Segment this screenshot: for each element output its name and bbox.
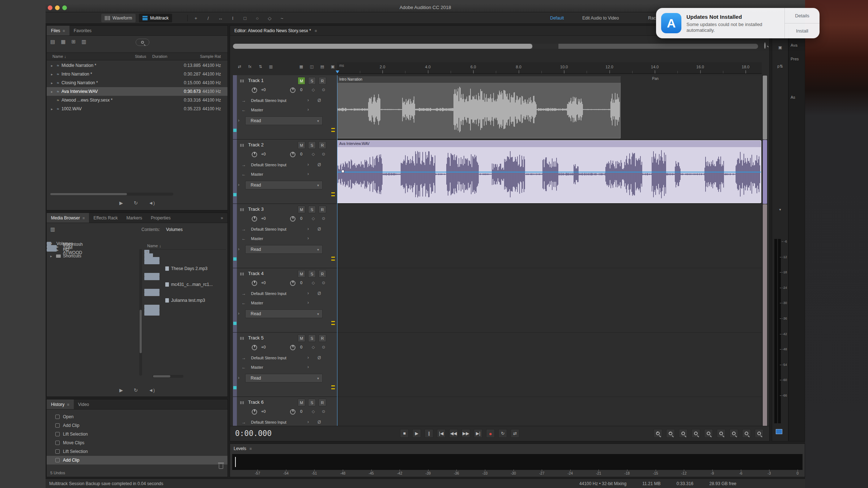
slip-tool[interactable]: ↔ <box>216 14 225 22</box>
keyframe-icon[interactable]: ◇ <box>312 409 315 414</box>
volume-value[interactable]: +0 <box>261 281 266 285</box>
media-item[interactable]: These Days 2.mp3 <box>144 264 226 273</box>
clip-intro-narration[interactable]: Intro Narration <box>337 76 621 138</box>
tree-item[interactable]: ▾ Volumes <box>47 242 51 245</box>
Ava Interview.WAV[interactable]: ▸ ≈ Ava Interview.WAV 0:30.673 44100 Hz <box>47 87 227 96</box>
expand-chevron-icon[interactable]: ▸ <box>51 72 54 76</box>
envelope-node[interactable] <box>341 170 344 173</box>
effects-icon[interactable]: fx <box>246 63 254 70</box>
arm-record-button[interactable]: R <box>319 141 326 149</box>
rewind-button[interactable]: ◀◀ <box>449 429 458 438</box>
tree-item[interactable]: ▸ TOM ATWOOD <box>47 248 57 252</box>
mute-button[interactable]: M <box>298 334 305 342</box>
media-item[interactable]: Mass Co...ent Video... <box>144 292 159 296</box>
tree-caret-icon[interactable]: ▾ <box>146 250 148 253</box>
panel-menu-icon[interactable] <box>63 28 65 33</box>
contents-select[interactable]: Volumes <box>166 227 183 232</box>
marker-icon[interactable]: ▣ <box>329 63 336 70</box>
chevron-right-icon[interactable] <box>307 364 309 369</box>
volume-knob[interactable] <box>252 152 257 157</box>
waveform-view-button[interactable]: Waveform <box>101 14 136 22</box>
no-input-icon[interactable] <box>318 98 321 103</box>
keyframe-icon[interactable]: ◇ <box>312 152 315 157</box>
output-select[interactable]: Master <box>251 236 306 241</box>
zoom-in-button[interactable]: + <box>654 429 662 438</box>
timeline-ruler[interactable]: ms 2.04.06.08.010.012.014.016.018.0 <box>337 62 762 74</box>
stereo-balance-icon[interactable]: ⊙ <box>322 345 325 350</box>
workspace-partial[interactable]: Rac <box>648 16 656 21</box>
media-browser-icon[interactable]: ▤ <box>50 39 55 44</box>
goto-start-button[interactable]: |◀ <box>437 429 446 438</box>
arm-record-button[interactable]: R <box>319 334 326 342</box>
navigator-thumb[interactable] <box>233 44 532 49</box>
tree-item[interactable]: ▸ Shortcuts <box>47 252 139 260</box>
no-input-icon[interactable] <box>318 227 321 232</box>
tree-caret-icon[interactable]: ▸ <box>50 254 54 258</box>
keyframe-icon[interactable]: ◇ <box>312 345 315 350</box>
razor-tool[interactable]: / <box>204 14 212 22</box>
caret-down-icon[interactable] <box>772 207 788 211</box>
chevron-right-icon[interactable] <box>307 419 309 424</box>
Closing Narration *[interactable]: ▸ ≈ Closing Narration * 0:15.000 44100 H… <box>47 78 227 87</box>
import-icon[interactable]: ▥ <box>81 39 86 44</box>
tab-media-browser[interactable]: Media Browser <box>47 213 89 223</box>
volume-value[interactable]: +0 <box>261 87 266 92</box>
automation-mode-select[interactable]: Read <box>245 181 323 189</box>
pan-value[interactable]: 0 <box>300 345 302 349</box>
Track 4[interactable] <box>337 268 762 333</box>
install-button[interactable]: Install <box>785 23 820 38</box>
column-sample-rate[interactable]: Sample Rat <box>200 54 225 59</box>
chevron-right-icon[interactable] <box>307 162 309 167</box>
media-item[interactable]: nicole ... audio check <box>144 273 159 277</box>
panel-menu-icon[interactable] <box>250 446 252 451</box>
workspace-default[interactable]: Default <box>550 16 564 21</box>
chevron-right-icon[interactable] <box>238 311 239 316</box>
track-name[interactable]: Track 2 <box>248 142 264 147</box>
panel-menu-icon[interactable] <box>82 215 85 221</box>
stereo-balance-icon[interactable]: ⊙ <box>322 87 325 92</box>
zoom-full-button[interactable] <box>755 429 763 438</box>
pan-value[interactable]: 0 <box>300 409 302 414</box>
keyframe-icon[interactable]: ◇ <box>312 281 315 285</box>
media-item[interactable]: Brandon...s Package... <box>144 312 159 316</box>
Track 3[interactable]: Track 3 M S R +0 0 ◇ ⊙ <box>233 204 337 268</box>
pan-knob[interactable] <box>290 281 295 286</box>
tab-markers[interactable]: Markers <box>122 213 146 223</box>
chevron-right-icon[interactable] <box>307 291 309 296</box>
chevron-right-icon[interactable] <box>307 226 309 231</box>
mute-button[interactable]: M <box>298 270 305 278</box>
column-name[interactable]: Name ↓ <box>52 54 66 59</box>
media-item[interactable]: ▾ Lexar 2017 <box>144 253 153 257</box>
zoom-out-button[interactable]: − <box>666 429 675 438</box>
mute-button[interactable]: M <box>298 141 305 149</box>
pan-value[interactable]: 0 <box>300 152 302 156</box>
solo-button[interactable]: S <box>308 206 316 213</box>
zoom-out-full-icon[interactable] <box>764 43 766 48</box>
track-drag-handle[interactable] <box>240 208 244 211</box>
volume-knob[interactable] <box>252 216 257 222</box>
tab-files[interactable]: Files <box>47 26 69 35</box>
track-content-area[interactable]: Intro Narration Ava Interview.WAV Pan <box>337 75 762 427</box>
new-item-icon[interactable]: ⊞ <box>71 39 76 44</box>
automation-mode-select[interactable]: Read <box>245 116 323 125</box>
history-item[interactable]: Lift Selection <box>47 430 227 438</box>
volume-envelope-line[interactable] <box>337 172 761 172</box>
time-display[interactable]: 0:00.000 <box>235 429 272 438</box>
Intro Narration *[interactable]: ▸ ≈ Intro Narration * 0:30.287 44100 Hz <box>47 70 227 78</box>
import-icon[interactable]: ▥ <box>50 226 55 232</box>
pan-value[interactable]: 0 <box>300 87 302 92</box>
multitrack-view-button[interactable]: Multitrack <box>139 14 172 22</box>
search-box[interactable] <box>136 39 149 46</box>
media-item[interactable]: brenna ... news story <box>144 308 159 312</box>
Track 1[interactable]: Track 1 M S R +0 0 ◇ ⊙ <box>233 75 337 140</box>
media-vertical-scrollbar[interactable] <box>139 249 142 376</box>
zoom-out-vertical-button[interactable] <box>717 429 726 438</box>
move-tool[interactable]: + <box>192 14 200 22</box>
play-button[interactable]: ▶ <box>412 429 421 438</box>
expand-chevron-icon[interactable]: ▸ <box>51 90 54 94</box>
no-input-icon[interactable] <box>318 291 321 296</box>
zoom-selection-button[interactable] <box>729 429 738 438</box>
scrollbar-thumb[interactable] <box>50 193 127 195</box>
pan-knob[interactable] <box>290 216 295 222</box>
scrollbar-thumb[interactable] <box>763 204 767 426</box>
